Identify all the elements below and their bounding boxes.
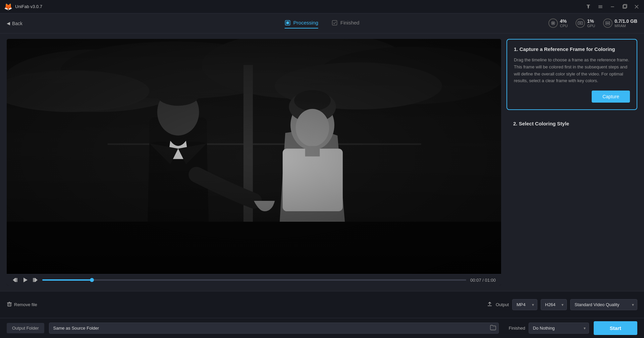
titlebar-left: 🦊 UniFab v3.0.7 bbox=[4, 3, 42, 11]
svg-rect-54 bbox=[15, 278, 16, 282]
start-button[interactable]: Start bbox=[594, 321, 637, 335]
main-content: 00:07 / 01:00 1. Capture a Reference Fra… bbox=[0, 34, 644, 291]
processing-tab-label: Processing bbox=[293, 20, 318, 25]
remove-file-button[interactable]: Remove file bbox=[7, 301, 37, 308]
style-step-number: 2. bbox=[513, 121, 519, 126]
back-label: Back bbox=[12, 21, 22, 26]
capture-section-title: 1. Capture a Reference Frame for Colorin… bbox=[514, 46, 630, 52]
output-format-select[interactable]: MP4 MKV AVI bbox=[512, 299, 537, 310]
video-controls: 00:07 / 01:00 bbox=[7, 274, 501, 286]
svg-rect-60 bbox=[8, 303, 11, 306]
quality-select[interactable]: Standard Video Quality High Video Qualit… bbox=[570, 299, 637, 310]
finished-tab-label: Finished bbox=[340, 20, 360, 25]
cpu-icon bbox=[548, 18, 558, 28]
progress-handle bbox=[90, 278, 94, 282]
folder-path-wrapper bbox=[49, 323, 499, 334]
progress-bar[interactable] bbox=[42, 279, 466, 281]
finished-section: Finished Do Nothing Shutdown Sleep bbox=[509, 323, 589, 334]
finished-label: Finished bbox=[509, 326, 525, 331]
select-style-card: 2. Select Coloring Style bbox=[506, 114, 637, 133]
back-button[interactable]: ◀ Back bbox=[7, 21, 22, 26]
mram-icon bbox=[603, 18, 612, 28]
cpu-percent: 4% bbox=[560, 18, 568, 24]
video-frame bbox=[7, 39, 501, 274]
gpu-stat: 1% GPU bbox=[576, 18, 595, 29]
svg-rect-55 bbox=[16, 278, 17, 282]
folder-path-input[interactable] bbox=[49, 323, 499, 334]
pin-button[interactable] bbox=[585, 3, 592, 10]
svg-rect-58 bbox=[34, 278, 35, 282]
output-folder-text: Output Folder bbox=[12, 326, 39, 331]
capture-description: Drag the timeline to choose a frame as t… bbox=[514, 57, 630, 84]
svg-rect-2 bbox=[588, 8, 589, 9]
mram-values: 0.7/1.0 GB MRAM bbox=[614, 18, 637, 29]
gpu-label: GPU bbox=[587, 24, 595, 28]
skip-forward-button[interactable] bbox=[32, 277, 38, 283]
gpu-icon bbox=[576, 18, 585, 28]
app-logo-icon: 🦊 bbox=[4, 3, 12, 11]
navbar: ◀ Back Processing Finished bbox=[0, 13, 644, 34]
system-stats: 4% CPU 1% GPU bbox=[548, 18, 637, 29]
svg-rect-1 bbox=[588, 5, 589, 8]
svg-marker-56 bbox=[23, 278, 28, 282]
output-label: Output bbox=[496, 302, 509, 307]
close-button[interactable] bbox=[633, 3, 640, 10]
remove-file-icon bbox=[7, 301, 12, 308]
svg-rect-59 bbox=[33, 278, 34, 282]
processing-tab-icon bbox=[285, 20, 291, 26]
svg-rect-31 bbox=[607, 22, 608, 24]
video-panel: 00:07 / 01:00 bbox=[7, 39, 501, 286]
codec-select[interactable]: H264 H265 AV1 bbox=[541, 299, 567, 310]
format-select-wrapper: MP4 MKV AVI bbox=[512, 299, 537, 310]
tab-finished[interactable]: Finished bbox=[332, 18, 360, 29]
minimize-button[interactable] bbox=[609, 3, 616, 10]
mram-stat: 0.7/1.0 GB MRAM bbox=[603, 18, 637, 29]
titlebar: 🦊 UniFab v3.0.7 bbox=[0, 0, 644, 13]
gpu-values: 1% GPU bbox=[587, 18, 595, 29]
svg-marker-57 bbox=[35, 278, 38, 282]
svg-rect-6 bbox=[611, 6, 614, 7]
svg-rect-25 bbox=[579, 22, 582, 24]
menu-button[interactable] bbox=[597, 3, 604, 10]
svg-rect-32 bbox=[608, 22, 609, 24]
finished-action-wrapper: Do Nothing Shutdown Sleep bbox=[529, 323, 589, 334]
quality-select-wrapper: Standard Video Quality High Video Qualit… bbox=[570, 299, 637, 310]
titlebar-controls bbox=[585, 3, 640, 10]
svg-rect-5 bbox=[598, 7, 602, 8]
select-style-title: 2. Select Coloring Style bbox=[513, 121, 631, 126]
remove-file-label: Remove file bbox=[14, 302, 37, 307]
bottom-bar: Remove file Output MP4 MKV AVI H264 H265… bbox=[0, 291, 644, 318]
maximize-button[interactable] bbox=[621, 3, 628, 10]
output-folder-button[interactable]: Output Folder bbox=[7, 323, 44, 333]
svg-rect-12 bbox=[286, 21, 289, 24]
codec-select-wrapper: H264 H265 AV1 bbox=[541, 299, 567, 310]
right-panel: 1. Capture a Reference Frame for Colorin… bbox=[506, 39, 637, 286]
finished-action-select[interactable]: Do Nothing Shutdown Sleep bbox=[529, 323, 589, 334]
app-title: UniFab v3.0.7 bbox=[15, 4, 42, 9]
output-icon bbox=[487, 301, 492, 308]
svg-marker-53 bbox=[13, 278, 15, 282]
capture-button[interactable]: Capture bbox=[592, 91, 630, 103]
cpu-label: CPU bbox=[560, 24, 568, 28]
svg-rect-0 bbox=[587, 5, 590, 5]
gpu-percent: 1% bbox=[587, 18, 595, 24]
svg-rect-4 bbox=[598, 6, 602, 7]
svg-rect-52 bbox=[7, 39, 501, 274]
skip-back-button[interactable] bbox=[12, 277, 18, 283]
progress-fill bbox=[42, 279, 92, 281]
finished-tab-icon bbox=[332, 20, 338, 26]
svg-rect-13 bbox=[332, 20, 337, 25]
capture-title-text: Capture a Reference Frame for Coloring bbox=[520, 46, 615, 52]
nav-tabs: Processing Finished bbox=[285, 18, 360, 29]
style-title-text: Select Coloring Style bbox=[519, 121, 569, 126]
cpu-values: 4% CPU bbox=[560, 18, 568, 29]
tab-processing[interactable]: Processing bbox=[285, 18, 318, 29]
mram-label: MRAM bbox=[614, 24, 637, 28]
output-folder-bar: Output Folder Finished Do Nothing Shutdo… bbox=[0, 318, 644, 338]
folder-browse-icon[interactable] bbox=[490, 325, 496, 332]
back-arrow-icon: ◀ bbox=[7, 21, 10, 26]
capture-card: 1. Capture a Reference Frame for Colorin… bbox=[506, 39, 637, 110]
time-display: 00:07 / 01:00 bbox=[470, 278, 496, 283]
video-container bbox=[7, 39, 501, 274]
play-button[interactable] bbox=[22, 277, 28, 283]
